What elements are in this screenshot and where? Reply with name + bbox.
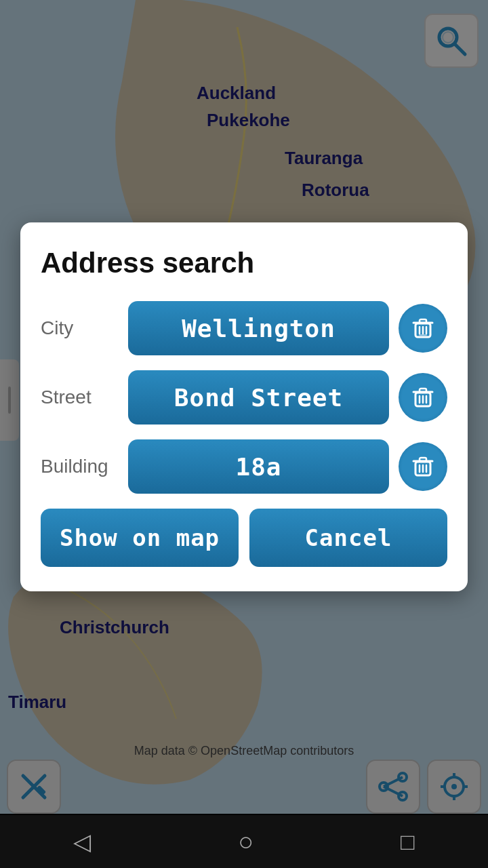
address-search-dialog: Address search City Wellington xyxy=(20,222,468,591)
street-label: Street xyxy=(41,387,119,408)
city-value: Wellington xyxy=(182,315,336,342)
city-field-row: City Wellington xyxy=(41,301,447,355)
trash-icon xyxy=(410,384,436,410)
building-field-row: Building 18a xyxy=(41,439,447,494)
dialog-overlay: Address search City Wellington xyxy=(0,0,488,814)
svg-rect-20 xyxy=(420,319,426,323)
city-delete-button[interactable] xyxy=(399,304,447,353)
trash-icon xyxy=(410,454,436,479)
street-input-button[interactable]: Bond Street xyxy=(128,370,389,425)
street-value: Bond Street xyxy=(174,384,343,412)
dialog-title: Address search xyxy=(41,247,447,279)
building-input-button[interactable]: 18a xyxy=(128,439,389,494)
building-delete-button[interactable] xyxy=(399,442,447,491)
street-field-row: Street Bond Street xyxy=(41,370,447,425)
svg-rect-27 xyxy=(420,389,426,392)
action-buttons-row: Show on map Cancel xyxy=(41,509,447,567)
building-value: 18a xyxy=(235,453,281,481)
svg-rect-33 xyxy=(420,458,426,461)
show-on-map-label: Show on map xyxy=(60,524,220,551)
show-on-map-button[interactable]: Show on map xyxy=(41,509,239,567)
trash-icon xyxy=(410,315,436,341)
city-input-button[interactable]: Wellington xyxy=(128,301,389,355)
cancel-label: Cancel xyxy=(305,524,392,551)
street-delete-button[interactable] xyxy=(399,373,447,422)
building-label: Building xyxy=(41,456,119,477)
city-label: City xyxy=(41,317,119,339)
cancel-button[interactable]: Cancel xyxy=(249,509,447,567)
back-button[interactable]: ◁ xyxy=(73,828,91,855)
android-nav-bar: ◁ ○ □ xyxy=(0,815,488,868)
home-button[interactable]: ○ xyxy=(238,827,253,856)
recents-button[interactable]: □ xyxy=(401,829,415,855)
